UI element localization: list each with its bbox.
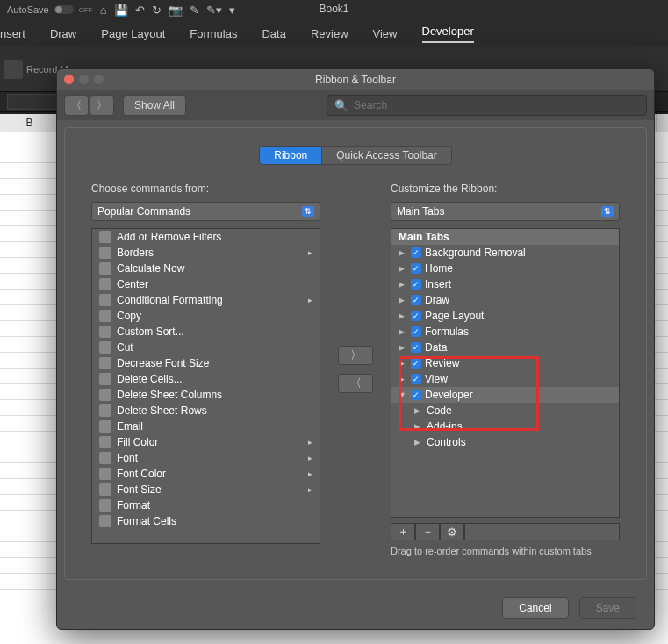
command-item[interactable]: Format Cells — [92, 513, 320, 529]
tab-checkbox[interactable]: ✓ — [411, 279, 421, 290]
tab-checkbox[interactable]: ✓ — [411, 390, 421, 400]
save-icon[interactable]: 💾 — [114, 4, 128, 17]
tab-developer[interactable]: Developer — [422, 25, 474, 43]
choose-commands-dropdown[interactable]: Popular Commands ⇅ — [91, 202, 320, 221]
cancel-button[interactable]: Cancel — [502, 597, 568, 619]
disclosure-triangle-icon[interactable]: ▶ — [399, 248, 407, 257]
command-item[interactable]: Decrease Font Size — [92, 355, 320, 371]
command-item[interactable]: Fill Color▸ — [92, 434, 320, 450]
ribbon-tab-item[interactable]: ▶✓Page Layout — [391, 308, 619, 324]
customize-ribbon-dropdown[interactable]: Main Tabs ⇅ — [391, 202, 620, 221]
show-all-button[interactable]: Show All — [123, 95, 186, 116]
tab-checkbox[interactable]: ✓ — [411, 326, 421, 337]
command-item[interactable]: Conditional Formatting▸ — [92, 292, 320, 308]
seg-ribbon[interactable]: Ribbon — [259, 146, 322, 165]
command-item[interactable]: Center — [92, 276, 320, 292]
tab-review[interactable]: Review — [311, 27, 348, 40]
tab-checkbox[interactable]: ✓ — [411, 358, 421, 369]
ribbon-tab-item[interactable]: ▶✓Formulas — [391, 324, 619, 340]
command-item[interactable]: Calculate Now — [92, 261, 320, 276]
tab-checkbox[interactable]: ✓ — [411, 247, 421, 258]
search-field[interactable]: 🔍 — [327, 95, 647, 116]
save-button[interactable]: Save — [579, 597, 636, 619]
disclosure-triangle-icon[interactable]: ▶ — [399, 280, 407, 289]
close-icon[interactable] — [64, 75, 74, 84]
ribbon-tab-item[interactable]: ▶✓Draw — [391, 292, 619, 308]
tab-draw[interactable]: Draw — [50, 27, 76, 40]
command-label: Cut — [117, 341, 133, 354]
tab-checkbox[interactable]: ✓ — [411, 311, 421, 321]
zoom-icon[interactable] — [94, 75, 104, 84]
tab-data[interactable]: Data — [262, 27, 285, 40]
name-box[interactable] — [7, 94, 60, 110]
undo-icon[interactable]: ↶ — [135, 4, 145, 17]
disclosure-triangle-icon[interactable]: ▶ — [399, 375, 407, 383]
tab-view[interactable]: View — [373, 27, 398, 40]
disclosure-triangle-icon[interactable]: ▶ — [399, 264, 407, 273]
tab-insert[interactable]: nsert — [0, 27, 25, 40]
tab-checkbox[interactable]: ✓ — [411, 295, 421, 305]
command-item[interactable]: Custom Sort... — [92, 324, 320, 340]
search-input[interactable] — [354, 99, 639, 111]
add-tab-button[interactable]: ＋ — [391, 523, 415, 540]
seg-qat[interactable]: Quick Access Toolbar — [322, 146, 452, 165]
tab-formulas[interactable]: Formulas — [190, 27, 237, 40]
commands-listbox[interactable]: Add or Remove FiltersBorders▸Calculate N… — [91, 228, 320, 544]
remove-tab-button[interactable]: － — [415, 523, 440, 540]
record-macro-icon[interactable] — [4, 60, 23, 79]
ribbon-group-item[interactable]: ▶Controls — [391, 434, 619, 450]
command-item[interactable]: Font Color▸ — [92, 466, 320, 482]
command-item[interactable]: Delete Sheet Columns — [92, 387, 320, 403]
command-item[interactable]: Format — [92, 497, 320, 513]
ribbon-tab-item[interactable]: ▶✓Data — [391, 340, 619, 355]
forward-button[interactable]: 〉 — [90, 95, 114, 116]
minimize-icon[interactable] — [79, 75, 89, 84]
disclosure-triangle-icon[interactable]: ▶ — [414, 406, 423, 415]
tab-page-layout[interactable]: Page Layout — [101, 27, 165, 40]
add-command-button[interactable]: 〉 — [338, 346, 373, 365]
command-label: Fill Color — [117, 436, 158, 448]
command-item[interactable]: Font Size▸ — [92, 482, 320, 497]
ribbon-tab-item[interactable]: ▶✓Home — [391, 261, 619, 276]
ribbon-tab-developer[interactable]: ▼✓Developer — [391, 387, 619, 403]
redo-icon[interactable]: ↻ — [152, 4, 162, 17]
command-item[interactable]: Email — [92, 419, 320, 434]
command-item[interactable]: Add or Remove Filters — [92, 229, 320, 245]
command-item[interactable]: Delete Sheet Rows — [92, 403, 320, 419]
ribbon-tab-item[interactable]: ▶✓View — [391, 371, 619, 387]
ribbon-tab-item[interactable]: ▶✓Insert — [391, 276, 619, 292]
camera-icon[interactable]: 📷 — [169, 4, 183, 17]
tab-options-button[interactable]: ⚙ — [440, 523, 464, 540]
ribbon-group-item[interactable]: ▶Code — [391, 403, 619, 419]
home-icon[interactable]: ⌂ — [100, 4, 107, 17]
disclosure-triangle-icon[interactable]: ▶ — [414, 422, 423, 431]
overflow-icon[interactable]: ▾ — [229, 4, 235, 17]
command-item[interactable]: Copy — [92, 308, 320, 324]
autosave-toggle[interactable] — [54, 5, 74, 14]
disclosure-triangle-icon[interactable]: ▶ — [399, 327, 407, 336]
tab-checkbox[interactable]: ✓ — [411, 342, 421, 353]
disclosure-triangle-icon[interactable]: ▶ — [399, 311, 407, 320]
edit-icon[interactable]: ✎ — [190, 4, 199, 17]
command-item[interactable]: Borders▸ — [92, 245, 320, 261]
disclosure-triangle-icon[interactable]: ▶ — [414, 438, 423, 447]
tab-label: Formulas — [425, 326, 469, 338]
disclosure-triangle-icon[interactable]: ▶ — [399, 359, 407, 368]
disclosure-triangle-icon[interactable]: ▶ — [399, 343, 407, 352]
remove-command-button[interactable]: 〈 — [338, 374, 373, 393]
back-button[interactable]: 〈 — [64, 95, 89, 116]
dialog-title: Ribbon & Toolbar — [315, 74, 396, 86]
ribbon-tab-item[interactable]: ▶✓Review — [391, 355, 619, 371]
tab-checkbox[interactable]: ✓ — [411, 263, 421, 274]
ribbon-tab-item[interactable]: ▶✓Background Removal — [391, 245, 619, 261]
tabs-listbox[interactable]: Main Tabs▶✓Background Removal▶✓Home▶✓Ins… — [391, 228, 620, 518]
disclosure-triangle-icon[interactable]: ▶ — [399, 296, 407, 304]
ribbon-group-item[interactable]: ▶Add-ins — [391, 419, 619, 434]
col-b[interactable]: B — [0, 114, 60, 132]
command-item[interactable]: Cut — [92, 340, 320, 355]
edit2-icon[interactable]: ✎▾ — [206, 4, 222, 17]
disclosure-triangle-icon[interactable]: ▼ — [399, 390, 407, 399]
command-item[interactable]: Font▸ — [92, 450, 320, 466]
tab-checkbox[interactable]: ✓ — [411, 374, 421, 384]
command-item[interactable]: Delete Cells... — [92, 371, 320, 387]
